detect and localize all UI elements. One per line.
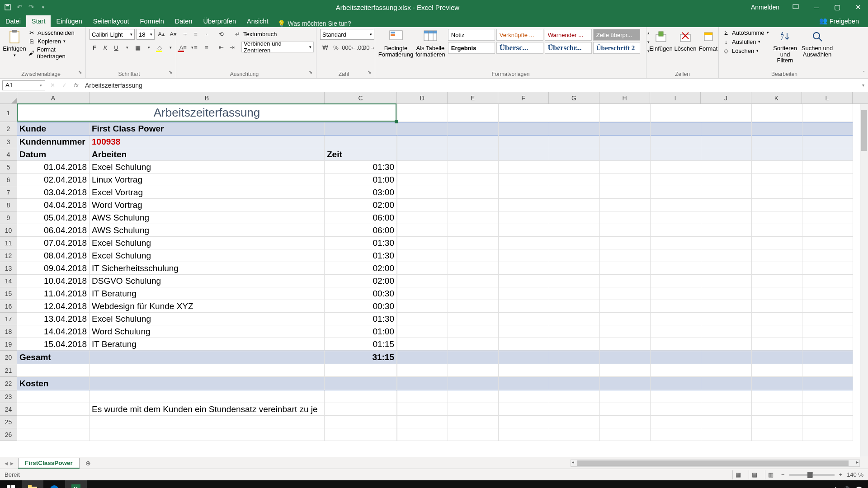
minimize-icon[interactable]: ─: [807, 0, 826, 14]
col-header[interactable]: L: [802, 92, 853, 103]
row-header[interactable]: 2: [0, 122, 17, 136]
cell[interactable]: 02:00: [325, 275, 397, 287]
cell[interactable]: [90, 377, 325, 390]
row-header[interactable]: 8: [0, 199, 17, 211]
row-header[interactable]: 7: [0, 186, 17, 199]
zoom-level[interactable]: 140 %: [847, 471, 863, 478]
cell[interactable]: Webdesign für Kunde XYZ: [90, 300, 325, 312]
tray-volume-icon[interactable]: 🔊: [843, 486, 850, 488]
cell[interactable]: 100938: [90, 136, 325, 148]
tab-ansicht[interactable]: Ansicht: [241, 15, 274, 27]
normal-view-icon[interactable]: ▦: [732, 470, 744, 479]
cell[interactable]: 01.04.2018: [17, 161, 90, 173]
cell[interactable]: [90, 351, 325, 364]
cell[interactable]: Kunde: [17, 122, 90, 135]
cell[interactable]: 31:15: [325, 351, 397, 364]
expand-formula-icon[interactable]: ▾: [859, 83, 868, 88]
cancel-formula-icon[interactable]: ✕: [47, 80, 57, 90]
taskbar-edge[interactable]: [43, 480, 65, 488]
style-notiz[interactable]: Notiz: [448, 29, 495, 41]
style-ergebnis[interactable]: Ergebnis: [448, 42, 495, 54]
cell[interactable]: [325, 122, 397, 135]
cell[interactable]: 05.04.2018: [17, 211, 90, 224]
cell[interactable]: Zeit: [325, 148, 397, 160]
cell[interactable]: 01:30: [325, 161, 397, 173]
undo-icon[interactable]: ↶: [15, 3, 24, 11]
cell[interactable]: 01:15: [325, 338, 397, 350]
row-header[interactable]: 15: [0, 287, 17, 300]
cell[interactable]: Arbeitszeiterfassung: [17, 104, 397, 122]
fx-icon[interactable]: fx: [71, 80, 81, 90]
cell[interactable]: 09.04.2018: [17, 262, 90, 274]
style-warnender[interactable]: Warnender ...: [545, 29, 592, 41]
cell[interactable]: 02:00: [325, 262, 397, 274]
cell[interactable]: Es wurde mit dem Kunden ein Stundensatz …: [90, 403, 325, 415]
formula-input[interactable]: Arbeitszeiterfassung: [81, 82, 859, 89]
vertical-scrollbar[interactable]: [860, 104, 868, 457]
ribbon-options-icon[interactable]: [786, 0, 806, 14]
tray-notify-icon[interactable]: 💬: [855, 486, 863, 488]
col-header[interactable]: G: [549, 92, 599, 103]
style-ueberschr[interactable]: Überschr...: [545, 42, 592, 54]
row-header[interactable]: 4: [0, 148, 17, 161]
cell[interactable]: 07.04.2018: [17, 237, 90, 249]
signin-button[interactable]: Anmelden: [745, 4, 786, 11]
fill-button[interactable]: ↓Ausfüllen ▾: [722, 38, 769, 45]
cell[interactable]: 00:30: [325, 287, 397, 300]
wrap-text-label[interactable]: Textumbruch: [243, 31, 277, 38]
align-launcher-icon[interactable]: ⬊: [309, 70, 312, 77]
tab-datei[interactable]: Datei: [0, 15, 26, 27]
page-layout-icon[interactable]: ▤: [749, 470, 760, 479]
cell[interactable]: [325, 416, 397, 428]
cell[interactable]: [17, 403, 90, 415]
tab-formeln[interactable]: Formeln: [135, 15, 170, 27]
cell[interactable]: [90, 428, 325, 441]
cell[interactable]: 04.04.2018: [17, 199, 90, 211]
col-header[interactable]: D: [397, 92, 448, 103]
row-header[interactable]: 1: [0, 104, 17, 122]
accept-formula-icon[interactable]: ✓: [59, 80, 69, 90]
cut-button[interactable]: ✂Ausschneiden: [28, 29, 82, 36]
autosum-button[interactable]: ΣAutoSumme ▾: [722, 29, 769, 36]
cell[interactable]: 14.04.2018: [17, 325, 90, 338]
row-header[interactable]: 23: [0, 390, 17, 403]
indent-inc-icon[interactable]: ⇥: [227, 42, 237, 52]
qat-dropdown-icon[interactable]: ▾: [39, 3, 47, 11]
hscroll-thumb[interactable]: [577, 460, 849, 466]
cell[interactable]: 08.04.2018: [17, 249, 90, 262]
cell[interactable]: 06:00: [325, 211, 397, 224]
cell[interactable]: AWS Schulung: [90, 224, 325, 236]
row-header[interactable]: 19: [0, 338, 17, 351]
cell[interactable]: IT Beratung: [90, 287, 325, 300]
italic-icon[interactable]: K: [100, 42, 110, 52]
cell[interactable]: 10.04.2018: [17, 275, 90, 287]
cell[interactable]: AWS Schulung: [90, 211, 325, 224]
cell[interactable]: 06:00: [325, 224, 397, 236]
row-header[interactable]: 14: [0, 275, 17, 287]
add-sheet-icon[interactable]: ⊕: [83, 458, 93, 468]
tab-daten[interactable]: Daten: [170, 15, 198, 27]
cell[interactable]: [325, 364, 397, 376]
col-header[interactable]: F: [498, 92, 549, 103]
zoom-slider[interactable]: [789, 474, 835, 476]
fill-color-icon[interactable]: ◇: [155, 42, 165, 52]
row-header[interactable]: 20: [0, 351, 17, 364]
cell[interactable]: 01:30: [325, 313, 397, 325]
cell[interactable]: 01:00: [325, 325, 397, 338]
cell[interactable]: [90, 390, 325, 403]
insert-cells-button[interactable]: Einfügen: [650, 29, 672, 52]
decrease-decimal-icon[interactable]: .00→: [363, 42, 373, 52]
conditional-format-button[interactable]: Bedingte Formatierung: [379, 29, 413, 57]
tell-me[interactable]: 💡Was möchten Sie tun?: [278, 20, 351, 27]
style-uebersc[interactable]: Übersc...: [496, 42, 543, 54]
style-zelle-ueberpr[interactable]: Zelle überpr...: [593, 29, 640, 41]
cell[interactable]: Kosten: [17, 377, 90, 390]
name-box[interactable]: A1▾: [2, 80, 45, 90]
delete-cells-button[interactable]: Löschen: [675, 29, 696, 52]
paste-button[interactable]: Einfügen▾: [4, 29, 25, 57]
cell[interactable]: [325, 428, 397, 441]
align-right-icon[interactable]: ≡: [202, 42, 212, 52]
format-cells-button[interactable]: Format: [699, 29, 717, 52]
format-as-table-button[interactable]: Als Tabelle formatieren: [415, 29, 445, 57]
bold-icon[interactable]: F: [90, 42, 99, 52]
